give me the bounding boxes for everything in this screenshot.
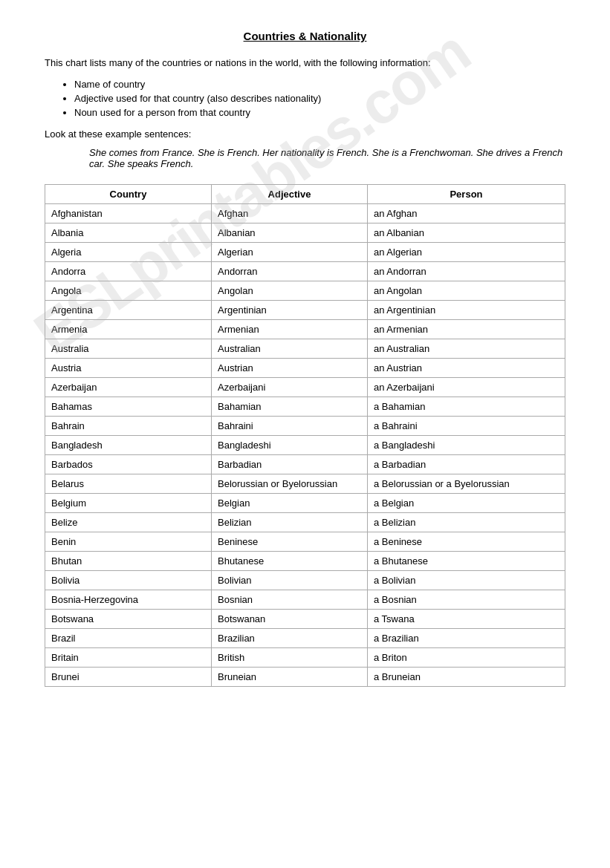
- table-cell-14-0: Belarus: [45, 474, 212, 494]
- table-cell-1-2: an Albanian: [368, 223, 565, 243]
- table-cell-21-0: Botswana: [45, 610, 212, 629]
- table-cell-23-0: Britain: [45, 648, 212, 668]
- table-row: AlbaniaAlbanianan Albanian: [45, 223, 565, 243]
- bullet-item-2: Adjective used for that country (also de…: [74, 93, 565, 104]
- table-cell-9-0: Azerbaijan: [45, 378, 212, 397]
- table-row: AzerbaijanAzerbaijanian Azerbaijani: [45, 378, 565, 397]
- table-cell-8-2: an Austrian: [368, 359, 565, 378]
- table-cell-3-0: Andorra: [45, 262, 212, 281]
- table-cell-9-2: an Azerbaijani: [368, 378, 565, 397]
- table-cell-15-2: a Belgian: [368, 494, 565, 513]
- example-block: She comes from France. She is French. He…: [89, 147, 565, 169]
- table-cell-10-1: Bahamian: [212, 397, 368, 417]
- table-cell-4-1: Angolan: [212, 281, 368, 301]
- table-cell-2-2: an Algerian: [368, 243, 565, 262]
- table-row: BelgiumBelgiana Belgian: [45, 494, 565, 513]
- table-row: BrazilBraziliana Brazilian: [45, 629, 565, 648]
- table-cell-5-1: Argentinian: [212, 301, 368, 320]
- table-row: ArmeniaArmenianan Armenian: [45, 320, 565, 339]
- table-cell-3-1: Andorran: [212, 262, 368, 281]
- table-row: BahamasBahamiana Bahamian: [45, 397, 565, 417]
- table-cell-9-1: Azerbaijani: [212, 378, 368, 397]
- table-cell-18-1: Bhutanese: [212, 552, 368, 571]
- intro-text: This chart lists many of the countries o…: [45, 57, 565, 68]
- table-cell-0-2: an Afghan: [368, 204, 565, 223]
- table-cell-1-1: Albanian: [212, 223, 368, 243]
- table-row: ArgentinaArgentinianan Argentinian: [45, 301, 565, 320]
- table-cell-24-0: Brunei: [45, 668, 212, 687]
- table-cell-0-0: Afghanistan: [45, 204, 212, 223]
- table-row: AfghanistanAfghanan Afghan: [45, 204, 565, 223]
- bullet-item-3: Noun used for a person from that country: [74, 107, 565, 118]
- table-row: BritainBritisha Briton: [45, 648, 565, 668]
- table-cell-21-1: Botswanan: [212, 610, 368, 629]
- table-cell-8-1: Austrian: [212, 359, 368, 378]
- table-cell-5-2: an Argentinian: [368, 301, 565, 320]
- table-row: AustraliaAustralianan Australian: [45, 339, 565, 359]
- table-cell-18-2: a Bhutanese: [368, 552, 565, 571]
- table-cell-14-1: Belorussian or Byelorussian: [212, 474, 368, 494]
- table-cell-10-0: Bahamas: [45, 397, 212, 417]
- table-cell-7-2: an Australian: [368, 339, 565, 359]
- table-row: BelizeBeliziana Belizian: [45, 513, 565, 532]
- page-title: Countries & Nationality: [45, 30, 565, 42]
- table-cell-6-2: an Armenian: [368, 320, 565, 339]
- table-cell-11-1: Bahraini: [212, 417, 368, 436]
- table-cell-4-0: Angola: [45, 281, 212, 301]
- table-row: AlgeriaAlgerianan Algerian: [45, 243, 565, 262]
- table-row: BangladeshBangladeshia Bangladeshi: [45, 436, 565, 455]
- table-cell-22-1: Brazilian: [212, 629, 368, 648]
- table-row: BahrainBahrainia Bahraini: [45, 417, 565, 436]
- table-row: AustriaAustrianan Austrian: [45, 359, 565, 378]
- table-row: AndorraAndorranan Andorran: [45, 262, 565, 281]
- table-cell-23-1: British: [212, 648, 368, 668]
- table-row: BruneiBruneiana Bruneian: [45, 668, 565, 687]
- table-cell-13-2: a Barbadian: [368, 455, 565, 474]
- table-cell-7-0: Australia: [45, 339, 212, 359]
- table-row: BoliviaBoliviana Bolivian: [45, 571, 565, 590]
- table-cell-20-0: Bosnia-Herzegovina: [45, 590, 212, 610]
- table-cell-10-2: a Bahamian: [368, 397, 565, 417]
- table-cell-8-0: Austria: [45, 359, 212, 378]
- table-cell-13-0: Barbados: [45, 455, 212, 474]
- table-row: BelarusBelorussian or Byelorussiana Belo…: [45, 474, 565, 494]
- bullet-item-1: Name of country: [74, 79, 565, 90]
- table-row: BhutanBhutanesea Bhutanese: [45, 552, 565, 571]
- table-cell-20-2: a Bosnian: [368, 590, 565, 610]
- table-cell-23-2: a Briton: [368, 648, 565, 668]
- table-cell-15-0: Belgium: [45, 494, 212, 513]
- table-cell-5-0: Argentina: [45, 301, 212, 320]
- table-cell-3-2: an Andorran: [368, 262, 565, 281]
- table-row: BotswanaBotswanana Tswana: [45, 610, 565, 629]
- table-cell-16-0: Belize: [45, 513, 212, 532]
- look-text: Look at these example sentences:: [45, 128, 565, 140]
- bullet-list: Name of country Adjective used for that …: [74, 79, 565, 118]
- table-cell-2-1: Algerian: [212, 243, 368, 262]
- table-cell-18-0: Bhutan: [45, 552, 212, 571]
- table-cell-12-1: Bangladeshi: [212, 436, 368, 455]
- table-cell-17-0: Benin: [45, 532, 212, 552]
- table-cell-14-2: a Belorussian or a Byelorussian: [368, 474, 565, 494]
- table-cell-24-1: Bruneian: [212, 668, 368, 687]
- header-adjective: Adjective: [212, 185, 368, 204]
- table-cell-21-2: a Tswana: [368, 610, 565, 629]
- table-cell-16-2: a Belizian: [368, 513, 565, 532]
- table-cell-13-1: Barbadian: [212, 455, 368, 474]
- table-cell-19-1: Bolivian: [212, 571, 368, 590]
- table-cell-7-1: Australian: [212, 339, 368, 359]
- table-cell-11-0: Bahrain: [45, 417, 212, 436]
- table-cell-1-0: Albania: [45, 223, 212, 243]
- table-cell-22-2: a Brazilian: [368, 629, 565, 648]
- table-cell-17-1: Beninese: [212, 532, 368, 552]
- table-cell-12-2: a Bangladeshi: [368, 436, 565, 455]
- table-cell-6-1: Armenian: [212, 320, 368, 339]
- table-row: Bosnia-HerzegovinaBosniana Bosnian: [45, 590, 565, 610]
- table-cell-22-0: Brazil: [45, 629, 212, 648]
- table-row: BeninBeninesea Beninese: [45, 532, 565, 552]
- table-cell-4-2: an Angolan: [368, 281, 565, 301]
- table-cell-19-2: a Bolivian: [368, 571, 565, 590]
- table-cell-6-0: Armenia: [45, 320, 212, 339]
- header-country: Country: [45, 185, 212, 204]
- header-person: Person: [368, 185, 565, 204]
- table-cell-2-0: Algeria: [45, 243, 212, 262]
